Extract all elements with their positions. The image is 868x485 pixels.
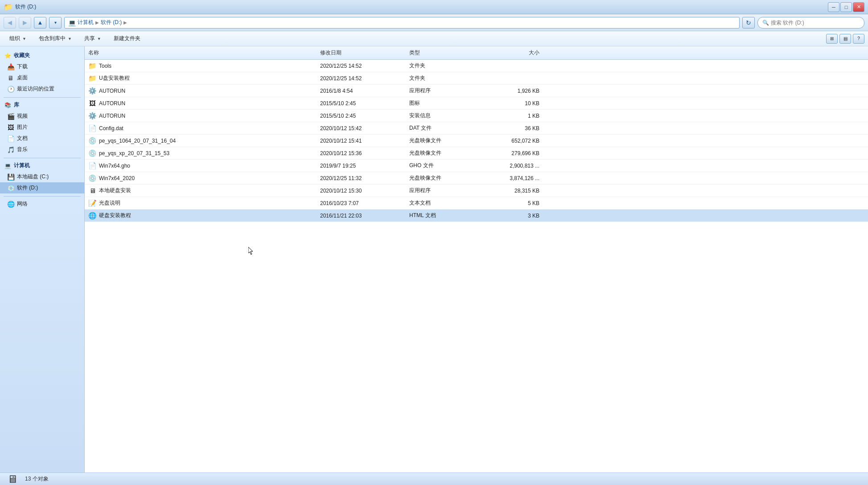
sidebar-item-desktop-label: 桌面 xyxy=(17,74,28,82)
archive-dropdown-icon: ▼ xyxy=(68,37,72,41)
file-name: Tools xyxy=(99,63,111,69)
table-row[interactable]: 💿 pe_yqs_xp_20_07_31_15_53 2020/10/12 15… xyxy=(85,147,868,160)
file-type-cell: 光盘映像文件 xyxy=(406,174,486,182)
sidebar-header-computer[interactable]: 💻 计算机 xyxy=(0,160,84,171)
file-date: 2015/5/10 2:45 xyxy=(320,100,356,107)
file-name: 硬盘安装教程 xyxy=(99,212,131,219)
file-name-cell: ⚙️ AUTORUN xyxy=(85,112,317,120)
file-icon: 📁 xyxy=(88,62,96,70)
table-row[interactable]: 📁 U盘安装教程 2020/12/25 14:52 文件夹 xyxy=(85,72,868,85)
sidebar-item-drive-c[interactable]: 💾 本地磁盘 (C:) xyxy=(0,171,84,182)
help-button[interactable]: ? xyxy=(853,34,864,44)
file-name: 光盘说明 xyxy=(99,199,120,207)
sidebar-item-recent[interactable]: 🕐 最近访问的位置 xyxy=(0,83,84,95)
documents-icon: 📄 xyxy=(7,135,14,142)
file-type: 图标 xyxy=(409,99,420,107)
organize-button[interactable]: 组织 ▼ xyxy=(4,33,32,45)
address-bar: ◀ ▶ ▲ ▾ 💻 计算机 ▶ 软件 (D:) ▶ ↻ 🔍 xyxy=(0,14,868,31)
table-row[interactable]: 📄 Win7x64.gho 2019/9/7 19:25 GHO 文件 2,90… xyxy=(85,160,868,172)
back-button[interactable]: ◀ xyxy=(4,17,16,29)
minimize-button[interactable]: ─ xyxy=(828,2,839,12)
breadcrumb-drive[interactable]: 软件 (D:) xyxy=(101,19,122,26)
sidebar-item-network[interactable]: 🌐 网络 xyxy=(0,198,84,210)
file-date-cell: 2015/5/10 2:45 xyxy=(317,113,406,119)
file-type: 文件夹 xyxy=(409,62,425,70)
file-icon: 💿 xyxy=(88,137,96,145)
sidebar-section-favorites: ⭐ 收藏夹 📥 下载 🖥 桌面 🕐 最近访问的位置 xyxy=(0,50,84,95)
close-button[interactable]: ✕ xyxy=(853,2,864,12)
toolbar: 组织 ▼ 包含到库中 ▼ 共享 ▼ 新建文件夹 ⊞ ▤ ? xyxy=(0,31,868,46)
table-row[interactable]: 💿 Win7x64_2020 2020/12/25 11:32 光盘映像文件 3… xyxy=(85,172,868,185)
file-date: 2016/10/23 7:07 xyxy=(320,200,359,206)
table-row[interactable]: ⚙️ AUTORUN 2015/5/10 2:45 安装信息 1 KB xyxy=(85,110,868,122)
col-header-type[interactable]: 类型 xyxy=(406,48,486,58)
search-icon: 🔍 xyxy=(762,20,769,26)
table-row[interactable]: ⚙️ AUTORUN 2016/1/8 4:54 应用程序 1,926 KB xyxy=(85,85,868,97)
file-size-cell: 3 KB xyxy=(486,213,548,219)
sidebar-divider-3 xyxy=(4,196,81,197)
sidebar-item-desktop[interactable]: 🖥 桌面 xyxy=(0,72,84,83)
file-size-cell: 652,072 KB xyxy=(486,138,548,144)
file-date-cell: 2020/10/12 15:42 xyxy=(317,125,406,132)
table-row[interactable]: 🌐 硬盘安装教程 2016/11/21 22:03 HTML 文档 3 KB xyxy=(85,210,868,222)
file-type: 光盘映像文件 xyxy=(409,149,441,157)
file-name: Win7x64.gho xyxy=(99,163,130,169)
file-name: pe_yqs_1064_20_07_31_16_04 xyxy=(99,138,176,144)
table-row[interactable]: 🖼 AUTORUN 2015/5/10 2:45 图标 10 KB xyxy=(85,97,868,110)
file-type-cell: 安装信息 xyxy=(406,112,486,119)
new-folder-button[interactable]: 新建文件夹 xyxy=(108,33,146,45)
table-row[interactable]: 📝 光盘说明 2016/10/23 7:07 文本文档 5 KB xyxy=(85,197,868,210)
col-header-size[interactable]: 大小 xyxy=(486,48,548,58)
forward-button[interactable]: ▶ xyxy=(19,17,31,29)
view-toggle-button[interactable]: ▤ xyxy=(839,34,851,44)
file-date: 2020/10/12 15:36 xyxy=(320,150,362,156)
file-type: 光盘映像文件 xyxy=(409,174,441,182)
view-options-button[interactable]: ⊞ xyxy=(826,34,838,44)
file-size-cell: 2,900,813 ... xyxy=(486,163,548,169)
file-name-cell: 📄 Win7x64.gho xyxy=(85,162,317,170)
table-row[interactable]: 💿 pe_yqs_1064_20_07_31_16_04 2020/10/12 … xyxy=(85,135,868,147)
sidebar-item-documents-label: 文档 xyxy=(17,135,28,142)
sidebar-item-drive-d[interactable]: 💿 软件 (D:) xyxy=(0,182,84,193)
search-bar[interactable]: 🔍 xyxy=(757,17,864,29)
table-row[interactable]: 📁 Tools 2020/12/25 14:52 文件夹 xyxy=(85,60,868,72)
table-row[interactable]: 📄 Config.dat 2020/10/12 15:42 DAT 文件 36 … xyxy=(85,122,868,135)
sidebar-item-music[interactable]: 🎵 音乐 xyxy=(0,144,84,155)
sidebar-item-downloads[interactable]: 📥 下载 xyxy=(0,61,84,72)
sidebar-item-video[interactable]: 🎬 视频 xyxy=(0,111,84,122)
file-size-cell: 10 KB xyxy=(486,100,548,107)
sidebar-divider-1 xyxy=(4,97,81,98)
file-name-cell: 💿 Win7x64_2020 xyxy=(85,174,317,182)
recent-button[interactable]: ▾ xyxy=(49,17,62,29)
maximize-button[interactable]: □ xyxy=(840,2,852,12)
file-date-cell: 2020/12/25 14:52 xyxy=(317,63,406,69)
col-header-name[interactable]: 名称 xyxy=(85,48,317,58)
sidebar-item-pictures[interactable]: 🖼 图片 xyxy=(0,122,84,133)
search-input[interactable] xyxy=(771,20,851,26)
file-size-cell: 5 KB xyxy=(486,200,548,206)
up-button[interactable]: ▲ xyxy=(34,17,46,29)
file-date-cell: 2016/11/21 22:03 xyxy=(317,213,406,219)
breadcrumb[interactable]: 💻 计算机 ▶ 软件 (D:) ▶ xyxy=(64,17,740,29)
archive-label: 包含到库中 xyxy=(39,35,66,42)
archive-button[interactable]: 包含到库中 ▼ xyxy=(33,33,78,45)
file-name: pe_yqs_xp_20_07_31_15_53 xyxy=(99,150,169,156)
sidebar-header-favorites[interactable]: ⭐ 收藏夹 xyxy=(0,50,84,61)
table-row[interactable]: 🖥 本地硬盘安装 2020/10/12 15:30 应用程序 28,315 KB xyxy=(85,185,868,197)
file-name-cell: 📁 U盘安装教程 xyxy=(85,74,317,82)
col-header-date[interactable]: 修改日期 xyxy=(317,48,406,58)
sidebar-header-library[interactable]: 📚 库 xyxy=(0,99,84,111)
file-size-cell: 1 KB xyxy=(486,113,548,119)
file-date: 2015/5/10 2:45 xyxy=(320,113,356,119)
sidebar-item-recent-label: 最近访问的位置 xyxy=(17,85,54,93)
file-name-cell: 🖥 本地硬盘安装 xyxy=(85,187,317,195)
file-date-cell: 2020/10/12 15:41 xyxy=(317,138,406,144)
refresh-button[interactable]: ↻ xyxy=(742,17,755,29)
share-button[interactable]: 共享 ▼ xyxy=(78,33,107,45)
file-type: GHO 文件 xyxy=(409,162,434,169)
file-name-cell: 💿 pe_yqs_1064_20_07_31_16_04 xyxy=(85,137,317,145)
sidebar-item-documents[interactable]: 📄 文档 xyxy=(0,133,84,144)
file-name-cell: 📝 光盘说明 xyxy=(85,199,317,207)
breadcrumb-computer[interactable]: 计算机 xyxy=(78,19,94,26)
title-bar-left: 📁 软件 (D:) xyxy=(4,3,36,11)
